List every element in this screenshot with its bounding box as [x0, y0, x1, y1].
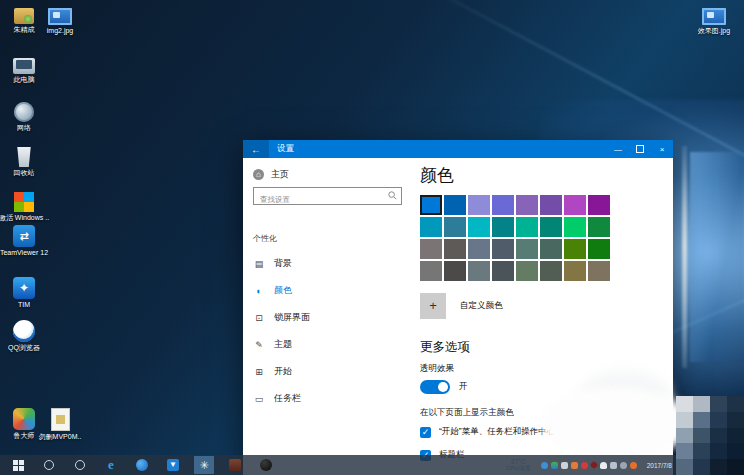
color-swatch[interactable] — [492, 261, 514, 281]
minimize-button[interactable]: — — [607, 140, 629, 158]
color-swatch[interactable] — [516, 195, 538, 215]
maximize-button[interactable] — [629, 140, 651, 158]
desktop-icon-label: 勿删MVP0M.. — [39, 433, 82, 441]
tray-icon[interactable] — [581, 462, 588, 469]
image-file-icon — [702, 8, 726, 25]
color-swatch[interactable] — [444, 239, 466, 259]
settings-search-box[interactable] — [253, 187, 402, 205]
desktop-icon-teamviewer[interactable]: ⇄ TeamViewer 12 — [0, 225, 56, 257]
back-button[interactable]: ← — [243, 140, 269, 158]
document-icon — [51, 408, 70, 431]
color-swatch[interactable] — [420, 195, 442, 215]
search-input[interactable] — [258, 192, 390, 208]
desktop-icon-img2[interactable]: img2.jpg — [28, 8, 92, 35]
taskbar-app-cortana[interactable] — [39, 456, 59, 474]
tray-icon[interactable] — [610, 462, 617, 469]
color-swatch[interactable] — [540, 217, 562, 237]
clock-date[interactable]: 2017/7/8 — [647, 462, 672, 469]
color-swatch[interactable] — [540, 239, 562, 259]
censor-block — [676, 412, 693, 428]
color-swatch[interactable] — [564, 195, 586, 215]
censor-block — [710, 428, 727, 444]
desktop-icon-qq-browser[interactable]: QQ浏览器 — [0, 320, 56, 352]
taskbar-app-security[interactable]: ▼ — [163, 456, 183, 474]
taskbar-app-browser[interactable] — [132, 456, 152, 474]
tray-icon[interactable] — [561, 462, 568, 469]
qq-browser-icon — [13, 320, 35, 342]
taskbar-app-settings-active[interactable]: ✳ — [194, 456, 214, 474]
cpu-temp-widget[interactable]: 27°C CPU温度 — [506, 458, 531, 472]
desktop-icon-document[interactable]: 勿删MVP0M.. — [28, 408, 92, 441]
cortana-icon — [44, 460, 54, 470]
color-swatch[interactable] — [420, 217, 442, 237]
color-swatch[interactable] — [516, 239, 538, 259]
recycle-bin-icon — [16, 147, 32, 167]
color-swatch[interactable] — [420, 261, 442, 281]
color-swatch[interactable] — [468, 261, 490, 281]
censor-block — [727, 459, 744, 475]
sidebar-item-lock-screen[interactable]: ⊡ 锁屏界面 — [253, 304, 410, 331]
color-swatch[interactable] — [492, 217, 514, 237]
color-swatch[interactable] — [564, 261, 586, 281]
desktop-icon-network[interactable]: 网络 — [0, 102, 56, 132]
color-swatch[interactable] — [444, 217, 466, 237]
start-button[interactable] — [8, 456, 28, 474]
themes-icon: ✎ — [253, 340, 265, 350]
desktop-icon-recycle-bin[interactable]: 回收站 — [0, 147, 56, 177]
censor-block — [693, 443, 710, 459]
color-swatch[interactable] — [588, 195, 610, 215]
desktop: 朱精成 img2.jpg 此电脑 网络 回收站 激活 Windows .. ⇄ … — [0, 0, 744, 475]
color-swatch[interactable] — [444, 195, 466, 215]
color-swatch[interactable] — [516, 261, 538, 281]
tray-icon[interactable] — [620, 462, 627, 469]
color-swatch[interactable] — [492, 239, 514, 259]
cloud-tray-icon[interactable] — [600, 462, 607, 469]
color-swatch[interactable] — [468, 217, 490, 237]
checkbox-start-taskbar[interactable]: ✓ — [420, 427, 431, 438]
maximize-icon — [636, 145, 644, 153]
color-swatch[interactable] — [420, 239, 442, 259]
custom-color-button[interactable]: + — [420, 293, 446, 319]
censor-block — [710, 443, 727, 459]
search-icon — [388, 191, 397, 200]
censor-block — [727, 428, 744, 444]
taskbar-app-folder[interactable] — [225, 456, 245, 474]
sidebar-item-themes[interactable]: ✎ 主题 — [253, 331, 410, 358]
desktop-icon-label: 此电脑 — [14, 76, 35, 84]
sidebar-item-background[interactable]: ▤ 背景 — [253, 250, 410, 277]
color-swatch[interactable] — [564, 239, 586, 259]
color-swatch[interactable] — [468, 239, 490, 259]
color-swatch[interactable] — [540, 261, 562, 281]
sidebar-item-colors[interactable]: ◐ 颜色 — [253, 277, 410, 304]
sidebar-item-home[interactable]: ⌂ 主页 — [253, 168, 410, 181]
tray-icon[interactable] — [589, 461, 597, 469]
taskbar-app-dark[interactable] — [256, 456, 276, 474]
color-swatch[interactable] — [588, 217, 610, 237]
colors-icon: ◐ — [253, 286, 265, 296]
tray-icon[interactable] — [551, 462, 558, 469]
transparency-toggle[interactable] — [420, 380, 450, 394]
desktop-icon-label: 回收站 — [14, 169, 35, 177]
color-swatch[interactable] — [468, 195, 490, 215]
color-swatch[interactable] — [588, 239, 610, 259]
color-swatch[interactable] — [516, 217, 538, 237]
color-swatch[interactable] — [588, 261, 610, 281]
sidebar-item-taskbar[interactable]: ▭ 任务栏 — [253, 385, 410, 412]
desktop-icon-tim[interactable]: ✦ TIM — [0, 277, 56, 309]
this-pc-icon — [13, 58, 35, 74]
desktop-icon-image-topright[interactable]: 效果图.jpg — [682, 8, 744, 35]
cpu-temp-label: CPU温度 — [506, 465, 531, 472]
color-swatch[interactable] — [540, 195, 562, 215]
taskbar-app-task-view[interactable] — [70, 456, 90, 474]
close-button[interactable]: × — [651, 140, 673, 158]
desktop-icon-this-pc[interactable]: 此电脑 — [0, 58, 56, 84]
color-swatch[interactable] — [444, 261, 466, 281]
color-swatch[interactable] — [564, 217, 586, 237]
taskbar-app-edge[interactable]: e — [101, 456, 121, 474]
sidebar-item-start[interactable]: ⊞ 开始 — [253, 358, 410, 385]
desktop-icon-windows-app[interactable]: 激活 Windows .. — [0, 192, 56, 222]
tray-icon[interactable] — [571, 462, 578, 469]
tray-icon[interactable] — [541, 462, 548, 469]
tray-icon[interactable] — [630, 462, 637, 469]
color-swatch[interactable] — [492, 195, 514, 215]
